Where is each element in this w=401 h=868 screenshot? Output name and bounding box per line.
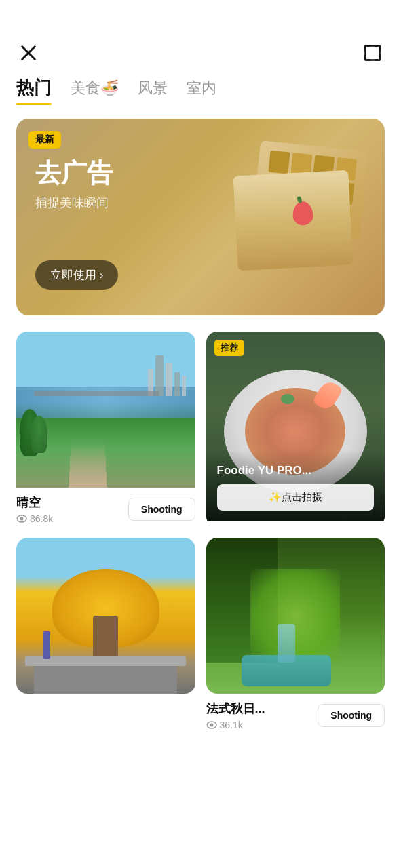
banner-img-front — [233, 170, 353, 271]
banner-text: 去广告 捕捉美味瞬间 — [35, 156, 113, 211]
card-promo-tag: 推荐 — [214, 340, 244, 356]
card-qingkong-name: 晴空 — [16, 494, 53, 511]
expand-button[interactable] — [360, 41, 385, 65]
eye-icon — [16, 515, 27, 523]
header — [0, 0, 401, 76]
card-qingkong-info: 晴空 86.8k Shooting — [16, 488, 195, 527]
card-qingkong-meta: 晴空 86.8k — [16, 494, 53, 524]
card-grid: 晴空 86.8k Shooting — [0, 332, 401, 527]
banner-image-stack — [235, 139, 371, 288]
tab-scenery[interactable]: 风景 — [138, 78, 168, 104]
tab-indoor[interactable]: 室内 — [187, 78, 216, 104]
card-french-autumn: 法式秋日... 36.1k Shooting — [206, 538, 385, 733]
card-qingkong-shooting-button[interactable]: Shooting — [128, 498, 195, 521]
eye-icon-2 — [206, 721, 217, 729]
close-button[interactable] — [16, 41, 41, 65]
banner-tag: 最新 — [28, 131, 61, 149]
card-ginkgo — [16, 538, 195, 733]
banner-subtitle: 捕捉美味瞬间 — [35, 195, 113, 211]
card-promo: 推荐 Foodie YU PRO... ✨点击拍摄 — [206, 332, 385, 527]
card-french-autumn-shooting-button[interactable]: Shooting — [318, 704, 385, 727]
svg-rect-2 — [366, 46, 380, 60]
card-promo-image[interactable]: 推荐 Foodie YU PRO... ✨点击拍摄 — [206, 332, 385, 521]
card-french-autumn-stats: 36.1k — [206, 719, 265, 730]
svg-point-4 — [20, 517, 24, 521]
card-french-autumn-image[interactable] — [206, 538, 385, 694]
card-qingkong-views: 86.8k — [30, 513, 53, 524]
promo-shoot-button[interactable]: ✨点击拍摄 — [217, 484, 375, 511]
banner: 最新 去广告 捕捉美味瞬间 立即使用 › — [16, 119, 385, 315]
tab-hot[interactable]: 热门 — [16, 76, 52, 105]
tab-bar: 热门 美食🍜 风景 室内 — [0, 76, 401, 105]
banner-cta-button[interactable]: 立即使用 › — [35, 260, 118, 290]
promo-overlay: Foodie YU PRO... ✨点击拍摄 — [206, 450, 385, 521]
card-ginkgo-image[interactable] — [16, 538, 195, 694]
card-qingkong-image[interactable] — [16, 332, 195, 488]
card-qingkong-stats: 86.8k — [16, 513, 53, 524]
card-qingkong: 晴空 86.8k Shooting — [16, 332, 195, 527]
svg-point-6 — [210, 724, 213, 727]
bottom-card-grid: 法式秋日... 36.1k Shooting — [0, 527, 401, 733]
promo-title: Foodie YU PRO... — [217, 464, 375, 477]
card-french-autumn-name: 法式秋日... — [206, 701, 265, 717]
card-french-autumn-views: 36.1k — [220, 719, 243, 730]
card-french-autumn-info: 法式秋日... 36.1k Shooting — [206, 694, 385, 733]
tab-food[interactable]: 美食🍜 — [71, 78, 119, 104]
banner-title: 去广告 — [35, 156, 113, 191]
card-french-autumn-meta: 法式秋日... 36.1k — [206, 701, 265, 730]
